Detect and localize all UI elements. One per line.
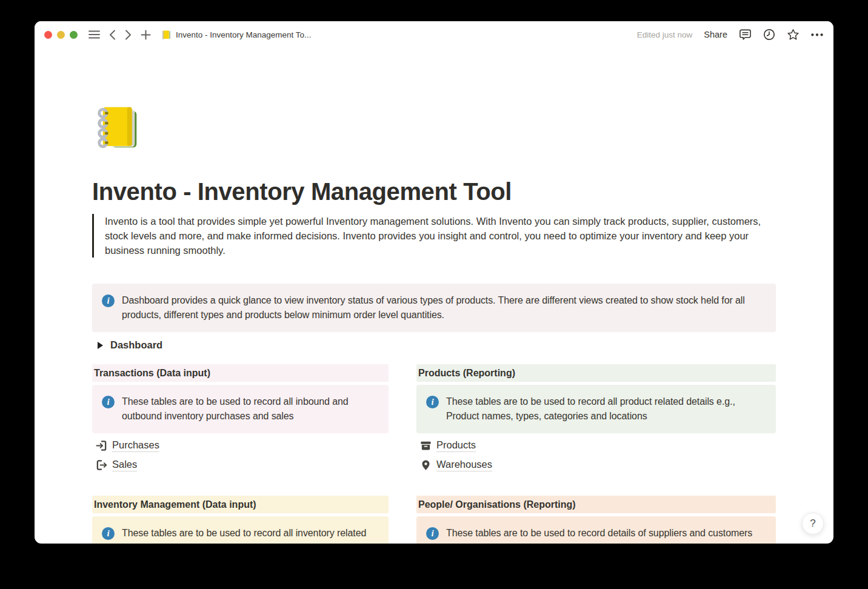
link-label: Purchases [112,439,159,452]
dashboard-info-text: Dashboard provides a quick glance to vie… [122,293,766,322]
titlebar: Invento - Inventory Management To... Edi… [35,21,833,48]
ledger-notebook-icon [161,30,171,40]
inventory-management-callout: i These tables are to be used to record … [92,516,389,544]
app-window: Invento - Inventory Management To... Edi… [35,21,833,544]
help-button[interactable]: ? [802,513,824,534]
link-label: Products [436,439,476,452]
info-icon: i [102,294,115,307]
link-label: Sales [112,459,137,471]
section-header-inventory-management: Inventory Management (Data input) [92,496,389,513]
edited-status: Edited just now [637,30,693,39]
page-link-purchases[interactable]: Purchases [92,438,159,453]
tab-title: Invento - Inventory Management To... [176,30,311,39]
page-ledger-notebook-icon[interactable] [92,103,141,151]
favorite-star-icon[interactable] [787,28,800,41]
new-tab-plus-icon[interactable] [141,30,151,40]
transactions-callout-text: These tables are to be used to record al… [122,394,379,424]
transactions-callout: i These tables are to be used to record … [92,385,389,433]
quote-block: Invento is a tool that provides simple y… [92,214,770,258]
comments-icon[interactable] [739,28,752,41]
enter-icon [96,440,107,451]
dashboard-toggle-label: Dashboard [110,339,162,351]
current-tab[interactable]: Invento - Inventory Management To... [161,30,311,40]
traffic-lights [44,31,78,39]
share-button[interactable]: Share [704,30,727,39]
dashboard-toggle[interactable]: Dashboard [92,338,776,353]
close-window-button[interactable] [44,31,52,39]
info-icon: i [426,396,439,408]
location-pin-icon [420,459,432,471]
info-icon: i [102,527,115,540]
page-title: Invento - Inventory Management Tool [92,177,776,206]
section-header-products: Products (Reporting) [416,364,776,382]
page-link-warehouses[interactable]: Warehouses [416,457,492,473]
info-icon: i [102,396,115,408]
zoom-window-button[interactable] [70,31,78,39]
page-content: Invento - Inventory Management Tool Inve… [35,48,833,544]
minimize-window-button[interactable] [57,31,65,39]
page-link-sales[interactable]: Sales [92,457,137,473]
products-callout-text: These tables are to be used to record al… [446,394,766,424]
page-link-products[interactable]: Products [416,438,476,453]
section-header-people-organisations: People/ Organisations (Reporting) [416,496,776,513]
toggle-triangle-icon [98,342,103,349]
history-clock-icon[interactable] [763,28,775,41]
people-organisations-callout-text: These tables are to be used to record de… [446,526,752,541]
section-header-transactions: Transactions (Data input) [92,364,389,382]
nav-back-icon[interactable] [109,30,116,40]
nav-forward-icon[interactable] [125,30,132,40]
info-icon: i [426,527,439,540]
link-label: Warehouses [436,459,492,471]
inventory-management-callout-text: These tables are to be used to record al… [122,526,379,544]
people-organisations-callout: i These tables are to be used to record … [416,516,776,544]
sidebar-menu-icon[interactable] [88,30,100,39]
dashboard-info-callout: i Dashboard provides a quick glance to v… [92,284,776,332]
more-options-icon[interactable] [811,33,823,36]
products-callout: i These tables are to be used to record … [416,385,776,433]
exit-icon [96,459,107,471]
archive-box-icon [420,440,432,451]
